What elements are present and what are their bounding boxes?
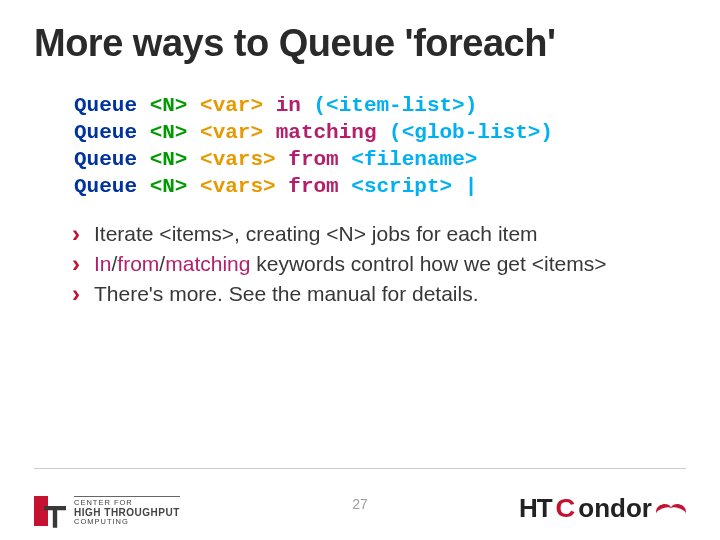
footer-rule	[34, 468, 686, 469]
bullet-item-3: There's more. See the manual for details…	[72, 279, 686, 309]
bullet-text: Iterate <items>, creating <N> jobs for e…	[94, 222, 538, 245]
code-line-3: Queue <N> <vars> from <filename>	[74, 147, 686, 174]
htcondor-logo: HTCondor	[519, 493, 686, 524]
slide: More ways to Queue 'foreach' Queue <N> <…	[0, 0, 720, 540]
slide-title: More ways to Queue 'foreach'	[34, 22, 686, 65]
code-keyword: from	[288, 175, 338, 198]
code-cmd: Queue	[74, 148, 137, 171]
code-n: <N>	[150, 121, 188, 144]
bullet-text: There's more. See the manual for details…	[94, 282, 479, 305]
condor-bird-icon	[656, 500, 686, 518]
footer: 27 CENTER FOR HIGH THROUGHPUT COMPUTING …	[0, 468, 720, 540]
code-n: <N>	[150, 148, 188, 171]
logo-line-3: COMPUTING	[74, 518, 180, 526]
code-block: Queue <N> <var> in (<item-list>) Queue <…	[74, 93, 686, 201]
code-cmd: Queue	[74, 121, 137, 144]
code-cmd: Queue	[74, 175, 137, 198]
code-line-4: Queue <N> <vars> from <script> |	[74, 174, 686, 201]
code-line-2: Queue <N> <var> matching (<glob-list>)	[74, 120, 686, 147]
bullet-item-2: In/from/matching keywords control how we…	[72, 249, 686, 279]
code-var: <var>	[200, 94, 263, 117]
htcondor-ht: HT	[519, 493, 552, 524]
chtc-logo: CENTER FOR HIGH THROUGHPUT COMPUTING	[34, 496, 180, 527]
logo-line-1: CENTER FOR	[74, 499, 180, 507]
htcondor-ondor: ondor	[578, 493, 652, 524]
keyword-matching: matching	[165, 252, 250, 275]
code-var: <var>	[200, 121, 263, 144]
code-keyword: from	[288, 148, 338, 171]
code-arg: <filename>	[351, 148, 477, 171]
code-arg: (<item-list>)	[314, 94, 478, 117]
code-arg: (<glob-list>)	[389, 121, 553, 144]
htcondor-c: C	[555, 493, 575, 524]
chtc-logo-icon	[34, 496, 66, 526]
chtc-logo-text: CENTER FOR HIGH THROUGHPUT COMPUTING	[74, 496, 180, 527]
code-cmd: Queue	[74, 94, 137, 117]
code-keyword: in	[276, 94, 301, 117]
code-line-1: Queue <N> <var> in (<item-list>)	[74, 93, 686, 120]
code-keyword: matching	[276, 121, 377, 144]
bullet-list: Iterate <items>, creating <N> jobs for e…	[72, 219, 686, 310]
bullet-text: keywords control how we get <items>	[250, 252, 606, 275]
code-arg: <script> |	[351, 175, 477, 198]
logo-h-shape	[34, 496, 48, 526]
code-var: <vars>	[200, 175, 276, 198]
keyword-in: In	[94, 252, 112, 275]
keyword-from: from	[117, 252, 159, 275]
code-n: <N>	[150, 175, 188, 198]
code-var: <vars>	[200, 148, 276, 171]
bullet-item-1: Iterate <items>, creating <N> jobs for e…	[72, 219, 686, 249]
code-n: <N>	[150, 94, 188, 117]
